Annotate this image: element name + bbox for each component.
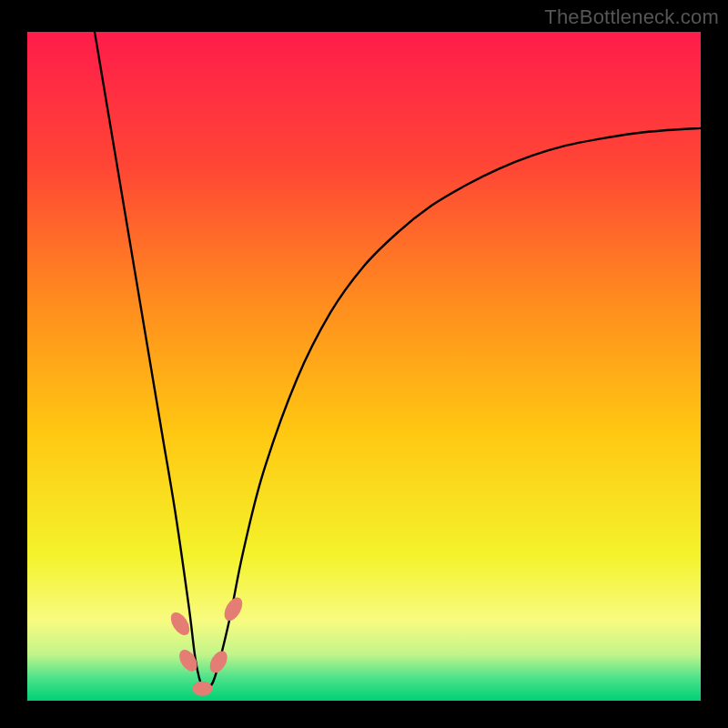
curve-marker (192, 682, 212, 696)
bottleneck-chart (0, 0, 728, 728)
watermark-text: TheBottleneck.com (544, 5, 719, 29)
chart-container: TheBottleneck.com (0, 0, 728, 728)
plot-background (27, 32, 701, 701)
